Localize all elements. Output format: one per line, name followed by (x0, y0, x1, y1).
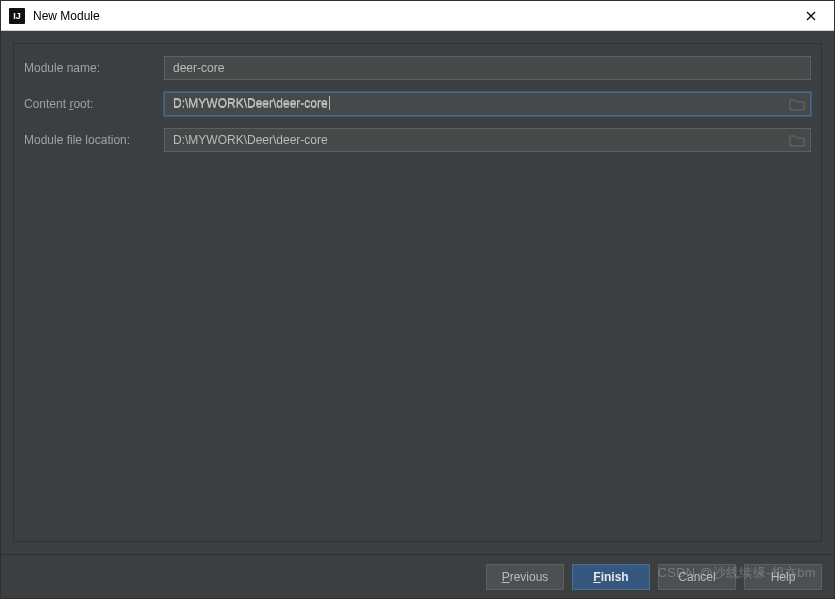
finish-mnemonic: F (593, 570, 600, 584)
module-name-label: Module name: (24, 61, 164, 75)
content-root-label-post: oot: (73, 97, 93, 111)
app-icon: IJ (9, 8, 25, 24)
cancel-button[interactable]: Cancel (658, 564, 736, 590)
help-button[interactable]: Help (744, 564, 822, 590)
titlebar: IJ New Module (1, 1, 834, 31)
new-module-dialog: IJ New Module Module name: Content root: (0, 0, 835, 599)
row-module-name: Module name: (24, 56, 811, 80)
row-content-root: Content root: D:\MYWORK\Deer\deer-core (24, 92, 811, 116)
module-name-input-wrap (164, 56, 811, 80)
content-root-label-pre: Content (24, 97, 69, 111)
browse-module-file-location-icon[interactable] (789, 133, 805, 147)
form-area: Module name: Content root: D:\MYWORK\Dee… (13, 43, 822, 542)
browse-content-root-icon[interactable] (789, 97, 805, 111)
content-root-label: Content root: (24, 97, 164, 111)
previous-button[interactable]: Previous (486, 564, 564, 590)
module-name-input[interactable] (164, 56, 811, 80)
module-file-location-input[interactable] (164, 128, 811, 152)
module-file-location-label: Module file location: (24, 133, 164, 147)
content-root-input[interactable] (164, 92, 811, 116)
footer: Previous Finish Cancel Help CSDN @沙线续缘-相… (1, 554, 834, 598)
finish-button[interactable]: Finish (572, 564, 650, 590)
window-title: New Module (33, 9, 790, 23)
content-area: Module name: Content root: D:\MYWORK\Dee… (1, 31, 834, 554)
module-file-location-input-wrap (164, 128, 811, 152)
finish-rest: inish (601, 570, 629, 584)
row-module-file-location: Module file location: (24, 128, 811, 152)
previous-mnemonic: P (502, 570, 510, 584)
close-button[interactable] (790, 2, 832, 30)
content-root-input-wrap: D:\MYWORK\Deer\deer-core (164, 92, 811, 116)
previous-rest: revious (510, 570, 549, 584)
